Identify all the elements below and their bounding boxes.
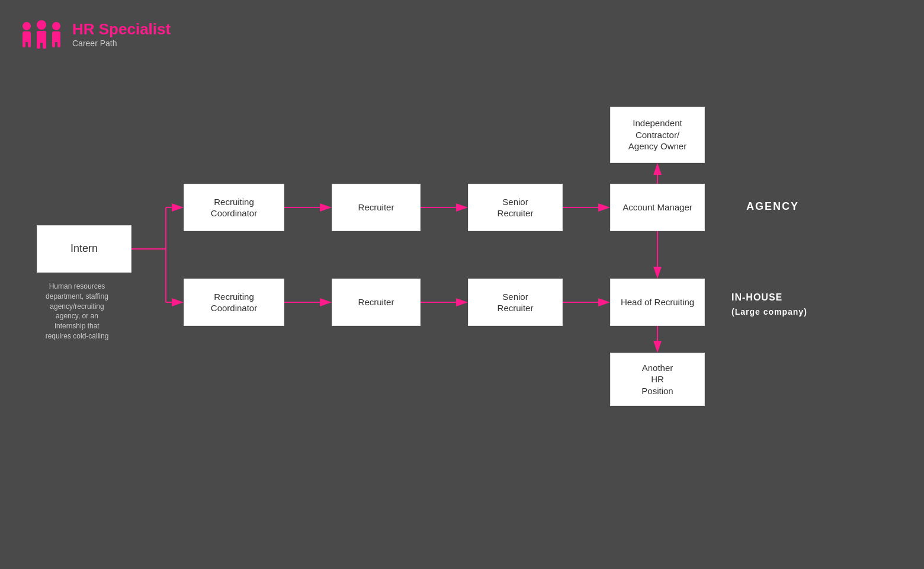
recruiter-bottom: Recruiter <box>332 279 421 326</box>
agency-label: AGENCY <box>746 200 799 213</box>
account-manager-box: Account Manager <box>610 184 705 231</box>
recruiter-top: Recruiter <box>332 184 421 231</box>
intern-box: Intern <box>37 225 131 273</box>
logo-icon <box>18 18 65 50</box>
svg-rect-10 <box>52 40 55 47</box>
svg-rect-3 <box>28 40 31 47</box>
header-subtitle: Career Path <box>72 39 171 48</box>
svg-point-4 <box>37 20 46 30</box>
header-text: HR Specialist Career Path <box>72 20 171 48</box>
svg-point-8 <box>52 22 60 30</box>
career-path-diagram: Intern Human resourcesdepartment, staffi… <box>0 83 924 545</box>
header-title: HR Specialist <box>72 20 171 39</box>
another-hr-box: AnotherHRPosition <box>610 353 705 406</box>
header: HR Specialist Career Path <box>18 18 171 50</box>
svg-rect-7 <box>43 41 46 49</box>
intern-description: Human resourcesdepartment, staffingagenc… <box>12 282 142 341</box>
svg-point-0 <box>23 22 31 30</box>
head-recruiting-box: Head of Recruiting <box>610 279 705 326</box>
senior-recruiter-top: SeniorRecruiter <box>468 184 563 231</box>
svg-rect-11 <box>57 40 60 47</box>
senior-recruiter-bottom: SeniorRecruiter <box>468 279 563 326</box>
recruiting-coordinator-bottom: RecruitingCoordinator <box>184 279 284 326</box>
independent-contractor-box: IndependentContractor/Agency Owner <box>610 107 705 163</box>
svg-rect-6 <box>37 41 40 49</box>
inhouse-label: IN-HOUSE(Large company) <box>732 290 807 319</box>
recruiting-coordinator-top: RecruitingCoordinator <box>184 184 284 231</box>
svg-rect-2 <box>23 40 25 47</box>
